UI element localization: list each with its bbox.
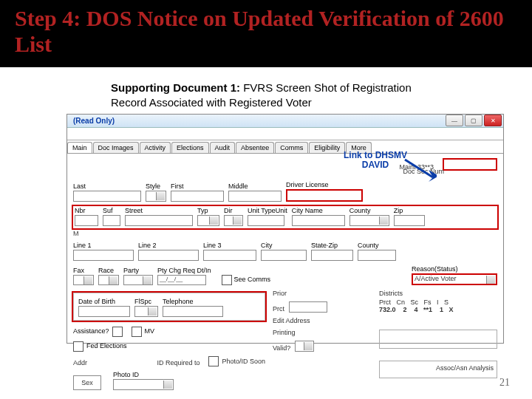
assist-label: Assistance? xyxy=(73,327,109,335)
stat-box-2: Assoc/Asn Analysis xyxy=(379,361,497,378)
form-area: Link to DHSMV DAVID Maint 33**3 Doc Sec … xyxy=(67,154,503,343)
line2-label: Line 2 xyxy=(138,242,199,249)
slide-title: Step 4: DOS Notice on Updated Verificati… xyxy=(15,6,517,57)
unit-field[interactable] xyxy=(248,215,284,226)
tab-elections[interactable]: Elections xyxy=(171,142,209,153)
mcounty-label: County xyxy=(358,242,396,249)
party-label: Party xyxy=(123,267,153,274)
mcity-label: City xyxy=(261,242,307,249)
readonly-label: (Read Only) xyxy=(73,117,115,125)
assoc-label: Assoc/Asn Analysis xyxy=(436,364,494,372)
editaddr-label: Edit Address xyxy=(273,317,310,324)
flspc-label: FlSpc xyxy=(134,298,158,305)
idreq-label: ID Required to xyxy=(157,359,200,366)
mcity-field[interactable] xyxy=(261,250,307,261)
line3-field[interactable] xyxy=(203,250,256,261)
see-comms-label: See Comms xyxy=(234,276,271,283)
tab-absentee[interactable]: Absentee xyxy=(236,142,274,153)
ptychg-field[interactable]: __/__/__ xyxy=(157,275,206,285)
minimize-icon[interactable]: — xyxy=(446,115,463,126)
photoid-label: Photo ID xyxy=(113,371,174,378)
statezip-field[interactable] xyxy=(311,250,353,261)
race-field[interactable] xyxy=(98,275,119,285)
style-field[interactable] xyxy=(146,191,166,202)
style-label: Style xyxy=(146,183,166,190)
doc-sec-field[interactable] xyxy=(443,158,497,171)
suf-field[interactable] xyxy=(103,215,120,226)
street-label: Street xyxy=(125,207,193,214)
dob-label: Date of Birth xyxy=(78,298,130,305)
fed-label: Fed Elections xyxy=(86,342,127,349)
line3-label: Line 3 xyxy=(203,242,256,249)
valid-field[interactable] xyxy=(295,341,314,352)
reason-label: Reason(Status) xyxy=(412,265,497,273)
line1-field[interactable] xyxy=(73,250,134,261)
page-number: 21 xyxy=(499,377,510,389)
last-field[interactable] xyxy=(73,191,141,202)
tab-comms[interactable]: Comms xyxy=(275,142,308,153)
tab-activity[interactable]: Activity xyxy=(140,142,171,153)
nbr-field[interactable] xyxy=(75,215,98,226)
tel-field[interactable] xyxy=(163,306,223,317)
dir-field[interactable] xyxy=(224,215,243,226)
title-bar: Step 4: DOS Notice on Updated Verificati… xyxy=(0,0,532,67)
close-icon[interactable]: ✕ xyxy=(484,115,502,126)
flspc-field[interactable] xyxy=(134,306,158,317)
photoid-check[interactable] xyxy=(208,356,219,366)
valid-label: Valid? xyxy=(273,344,290,352)
caption-bold: Supporting Document 1: xyxy=(111,81,240,94)
mcounty-field[interactable] xyxy=(358,250,396,261)
districts-cols: Prct Cn Sc Fs I S xyxy=(379,299,497,306)
dl-label: Driver License xyxy=(286,181,363,188)
unit-label: Unit TypeUnit xyxy=(248,207,287,214)
first-label: First xyxy=(171,183,224,190)
line2-field[interactable] xyxy=(138,250,199,261)
reason-status-field[interactable]: A/Active Voter xyxy=(412,273,497,285)
prct-label: Prct xyxy=(273,305,284,313)
tab-audit[interactable]: Audit xyxy=(210,142,236,153)
districts-header: Districts xyxy=(379,290,497,297)
tab-doc-images[interactable]: Doc Images xyxy=(93,142,139,153)
last-label: Last xyxy=(73,183,141,190)
fax-label: Fax xyxy=(73,267,94,274)
window-titlebar: (Read Only) — ▢ ✕ xyxy=(67,115,503,128)
see-comms-checkbox[interactable] xyxy=(222,275,232,285)
toolbar-blank xyxy=(67,128,503,140)
dob-field[interactable] xyxy=(78,306,130,317)
race-label: Race xyxy=(98,267,119,274)
county-label: County xyxy=(349,207,389,214)
fax-field[interactable] xyxy=(73,275,94,285)
statezip-label: State·Zip xyxy=(311,242,353,249)
arrow-icon xyxy=(403,158,437,184)
printing-label: Printing xyxy=(273,329,296,336)
m-label: M xyxy=(73,230,79,237)
sex-button[interactable]: Sex xyxy=(73,375,101,390)
assist-check[interactable] xyxy=(112,327,123,337)
fed-check[interactable] xyxy=(73,341,83,352)
supporting-doc-caption: Supporting Document 1: FVRS Screen Shot … xyxy=(111,81,443,111)
prior-label: Prior xyxy=(273,290,287,297)
nbr-label: Nbr xyxy=(75,207,98,214)
county-field[interactable] xyxy=(349,215,389,226)
suf-label: Suf xyxy=(103,207,120,214)
mv-check[interactable] xyxy=(132,327,142,337)
prct-field[interactable] xyxy=(289,301,327,313)
typ-field[interactable] xyxy=(197,215,219,226)
fvrs-screenshot: (Read Only) — ▢ ✕ Main Doc Images Activi… xyxy=(66,114,504,344)
photoid-field[interactable] xyxy=(113,379,174,390)
tab-strip: Main Doc Images Activity Elections Audit… xyxy=(67,140,503,154)
party-field[interactable] xyxy=(123,275,153,285)
typ-label: Typ xyxy=(197,207,219,214)
tab-main[interactable]: Main xyxy=(67,142,92,153)
stat-box-1 xyxy=(379,330,497,349)
dl-field[interactable] xyxy=(286,189,363,202)
middle-field[interactable] xyxy=(228,191,282,202)
middle-label: Middle xyxy=(228,183,282,190)
mv-label: MV xyxy=(145,327,155,335)
zip-field[interactable] xyxy=(394,215,425,226)
maximize-icon[interactable]: ▢ xyxy=(465,115,482,126)
first-field[interactable] xyxy=(171,191,224,202)
street-field[interactable] xyxy=(125,215,193,226)
city-field[interactable] xyxy=(292,215,345,226)
zip-label: Zip xyxy=(394,207,425,214)
